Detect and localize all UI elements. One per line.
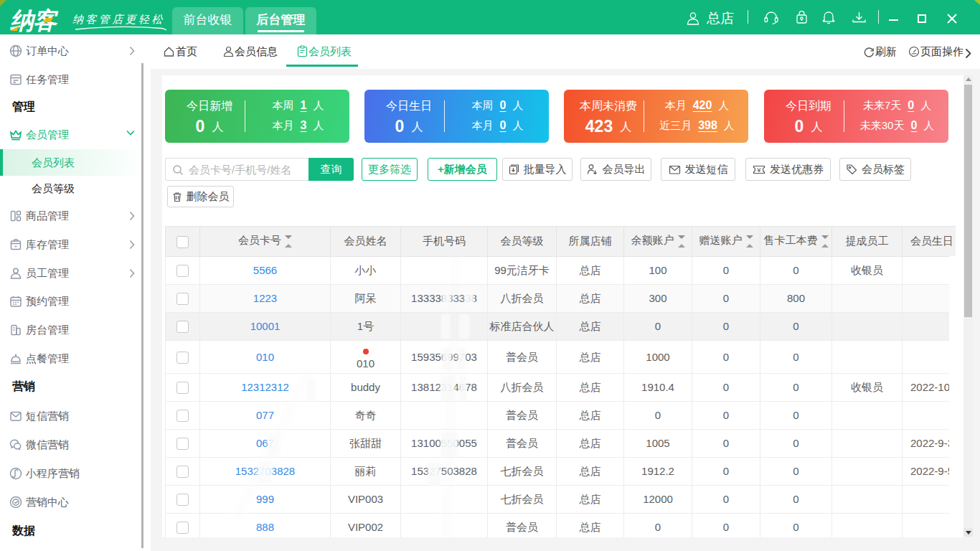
svg-text:¥: ¥ <box>756 166 761 174</box>
svg-text:纳客管店更轻松: 纳客管店更轻松 <box>72 13 165 25</box>
